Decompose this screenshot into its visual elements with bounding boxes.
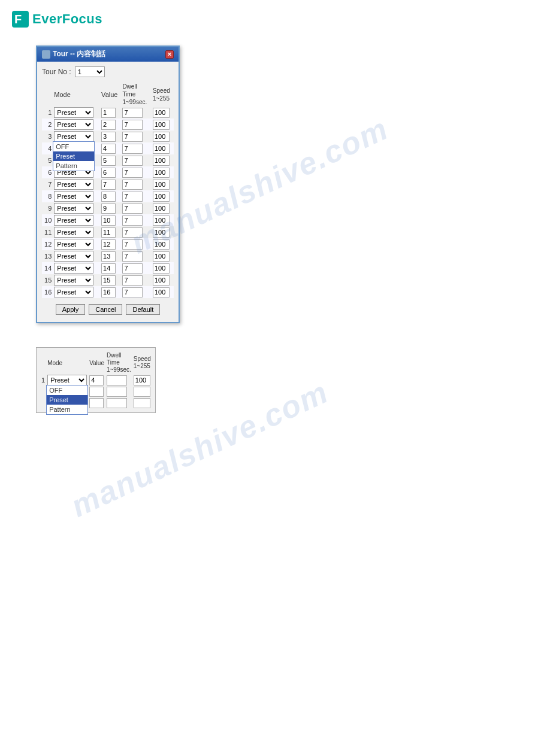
mode-select-12[interactable]: PresetOFFPattern xyxy=(54,239,93,250)
value-input-8[interactable] xyxy=(101,192,116,202)
logo-ever: Ever xyxy=(32,11,62,26)
value-input-2[interactable] xyxy=(101,120,116,130)
dwell-input-4[interactable] xyxy=(122,144,143,154)
value-input-6[interactable] xyxy=(101,168,116,178)
logo-text: EverFocus xyxy=(32,11,102,27)
value-input-12[interactable] xyxy=(101,239,116,250)
dropdown-opt-preset-3[interactable]: Preset xyxy=(53,151,94,161)
value-input-9[interactable] xyxy=(101,204,116,214)
cancel-button[interactable]: Cancel xyxy=(89,304,122,315)
mode-select-13[interactable]: PresetOFFPattern xyxy=(54,251,93,262)
speed-input-13[interactable] xyxy=(153,251,170,262)
value-cell-15 xyxy=(100,274,121,286)
titlebar-icon xyxy=(42,50,50,59)
speed-input-2[interactable] xyxy=(153,120,170,130)
speed-cell-11 xyxy=(152,226,174,238)
w2-dropdown[interactable]: OFF Preset Pattern xyxy=(46,385,88,415)
mode-select-15[interactable]: PresetOFFPattern xyxy=(54,275,93,286)
row-num-12: 12 xyxy=(42,238,53,250)
value-input-5[interactable] xyxy=(101,156,116,166)
speed-input-8[interactable] xyxy=(153,192,170,202)
speed-input-5[interactable] xyxy=(153,156,170,166)
w2-dwell-input[interactable] xyxy=(107,375,127,385)
w2-s2[interactable] xyxy=(134,387,150,397)
dwell-input-7[interactable] xyxy=(122,180,143,190)
dropdown-opt-pattern-3[interactable]: Pattern xyxy=(53,161,94,171)
mode-select-11[interactable]: PresetOFFPattern xyxy=(54,227,93,238)
w2-v3[interactable] xyxy=(89,398,104,408)
speed-input-7[interactable] xyxy=(153,180,170,190)
w2-speed-input[interactable] xyxy=(134,375,150,385)
dropdown-3[interactable]: OFFPresetPattern xyxy=(53,141,95,171)
value-input-16[interactable] xyxy=(101,287,116,297)
dwell-input-12[interactable] xyxy=(122,239,143,250)
speed-input-12[interactable] xyxy=(153,239,170,250)
value-input-7[interactable] xyxy=(101,180,116,190)
w2-d3[interactable] xyxy=(107,398,127,408)
value-input-1[interactable] xyxy=(101,108,116,118)
w2-dropdown-preset[interactable]: Preset xyxy=(47,395,87,405)
apply-button[interactable]: Apply xyxy=(56,304,86,315)
mode-select-1[interactable]: PresetOFFPattern xyxy=(54,107,93,118)
speed-input-15[interactable] xyxy=(153,275,170,286)
speed-input-1[interactable] xyxy=(153,108,170,118)
speed-input-10[interactable] xyxy=(153,215,170,226)
speed-input-6[interactable] xyxy=(153,168,170,178)
speed-input-3[interactable] xyxy=(153,132,170,142)
w2-value-input[interactable] xyxy=(89,375,104,385)
mode-select-8[interactable]: PresetOFFPattern xyxy=(54,191,93,202)
dwell-cell-13 xyxy=(121,250,152,262)
w2-s3[interactable] xyxy=(134,398,150,408)
mode-select-14[interactable]: PresetOFFPattern xyxy=(54,263,93,274)
mode-select-16[interactable]: PresetOFFPattern xyxy=(54,287,93,297)
tour-row-13: 13PresetOFFPattern xyxy=(42,250,174,262)
mode-select-10[interactable]: PresetOFFPattern xyxy=(54,215,93,226)
value-input-3[interactable] xyxy=(101,132,116,142)
speed-input-16[interactable] xyxy=(153,287,170,297)
dwell-input-13[interactable] xyxy=(122,251,143,262)
row-num-10: 10 xyxy=(42,214,53,226)
speed-input-9[interactable] xyxy=(153,204,170,214)
dwell-input-15[interactable] xyxy=(122,275,143,286)
w2-v2[interactable] xyxy=(89,387,104,397)
mode-select-9[interactable]: PresetOFFPattern xyxy=(54,203,93,214)
dwell-input-3[interactable] xyxy=(122,132,143,142)
dwell-input-1[interactable] xyxy=(122,108,143,118)
speed-input-4[interactable] xyxy=(153,144,170,154)
value-input-4[interactable] xyxy=(101,144,116,154)
value-cell-14 xyxy=(100,262,121,274)
speed-input-14[interactable] xyxy=(153,263,170,274)
dropdown-opt-off-3[interactable]: OFF xyxy=(53,142,94,151)
mode-select-7[interactable]: PresetOFFPattern xyxy=(54,179,93,190)
speed-cell-15 xyxy=(152,274,174,286)
dialog-close-button[interactable]: ✕ xyxy=(165,50,174,59)
value-input-13[interactable] xyxy=(101,251,116,262)
speed-cell-3 xyxy=(152,130,174,142)
dwell-input-9[interactable] xyxy=(122,204,143,214)
dwell-input-6[interactable] xyxy=(122,168,143,178)
dwell-input-2[interactable] xyxy=(122,120,143,130)
row-num-14: 14 xyxy=(42,262,53,274)
default-button[interactable]: Default xyxy=(126,304,160,315)
dwell-input-11[interactable] xyxy=(122,227,143,238)
value-input-11[interactable] xyxy=(101,227,116,238)
dwell-input-5[interactable] xyxy=(122,156,143,166)
dwell-input-14[interactable] xyxy=(122,263,143,274)
tour-no-select[interactable]: 1 2 3 xyxy=(75,66,105,77)
mode-cell-11: PresetOFFPattern xyxy=(53,226,100,238)
w2-mode-select[interactable]: Preset OFF Pattern xyxy=(47,375,87,385)
mode-select-2[interactable]: PresetOFFPattern xyxy=(54,119,93,130)
dwell-input-16[interactable] xyxy=(122,287,143,297)
value-input-10[interactable] xyxy=(101,215,116,226)
w2-d2[interactable] xyxy=(107,387,127,397)
dwell-input-10[interactable] xyxy=(122,215,143,226)
w2-dropdown-pattern[interactable]: Pattern xyxy=(47,405,87,414)
value-input-14[interactable] xyxy=(101,263,116,274)
mode-select-3[interactable]: OFFPresetPattern xyxy=(54,131,93,142)
speed-cell-8 xyxy=(152,190,174,202)
value-input-15[interactable] xyxy=(101,275,116,286)
speed-input-11[interactable] xyxy=(153,227,170,238)
w2-dropdown-off[interactable]: OFF xyxy=(47,385,87,395)
col-header-speed: Speed1~255 xyxy=(152,82,174,107)
dwell-input-8[interactable] xyxy=(122,192,143,202)
